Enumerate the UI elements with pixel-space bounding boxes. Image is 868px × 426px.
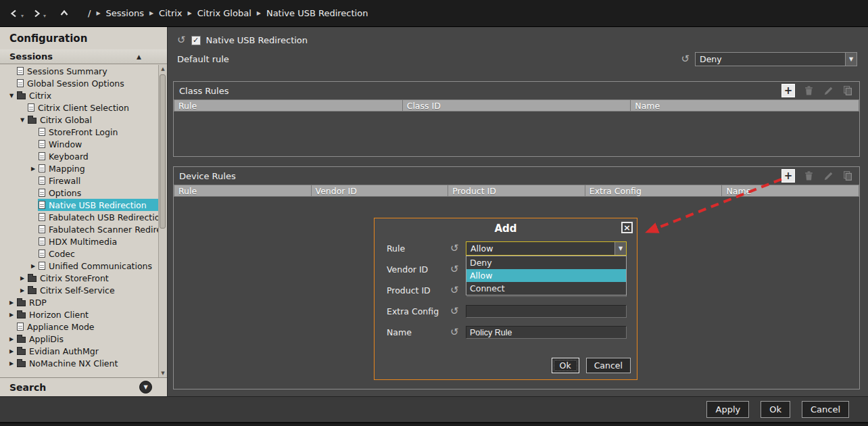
delete-button[interactable] (802, 170, 815, 182)
up-button[interactable] (58, 7, 70, 20)
sidebar-section-sessions[interactable]: Sessions ▲ (0, 49, 167, 64)
dialog-ok-button[interactable]: Ok (552, 358, 579, 373)
edit-button[interactable] (822, 85, 834, 97)
back-button[interactable] (8, 7, 20, 20)
dropdown-option-allow[interactable]: Allow (466, 269, 626, 282)
column-header-name[interactable]: Name (722, 185, 859, 197)
add-button[interactable]: + (781, 84, 795, 97)
breadcrumb-item-citrix[interactable]: Citrix (159, 8, 182, 18)
delete-button[interactable] (802, 85, 815, 97)
rule-combobox[interactable]: Allow▼ (466, 241, 627, 256)
reset-icon[interactable]: ↺ (450, 264, 466, 275)
sidebar-item-nomachine-nx-client[interactable]: ▶NoMachine NX Client (0, 357, 158, 369)
column-header-product-id[interactable]: Product ID (448, 185, 585, 197)
workspace: Configuration Sessions ▲ Sessions Summar… (0, 27, 868, 396)
sidebar-item-hdx-multimedia[interactable]: HDX Multimedia (0, 235, 158, 247)
panel-title: Device Rules (178, 171, 781, 181)
chevron-right-icon[interactable]: ▶ (7, 336, 16, 342)
apply-button[interactable]: Apply (706, 401, 749, 418)
reset-icon[interactable]: ↺ (450, 327, 466, 337)
ok-button[interactable]: Ok (761, 401, 790, 418)
sidebar-item-horizon-client[interactable]: ▶Horizon Client (0, 308, 158, 321)
chevron-right-icon[interactable]: ▶ (7, 348, 16, 354)
forward-history-caret-icon[interactable]: ▾ (43, 13, 46, 19)
expand-search-button[interactable]: ▼ (139, 381, 152, 394)
dropdown-option-connect[interactable]: Connect (466, 282, 626, 295)
enable-checkbox[interactable]: ✓ (191, 36, 201, 45)
chevron-right-icon[interactable]: ▶ (7, 312, 16, 318)
chevron-down-icon: ▼ (614, 242, 626, 255)
cancel-button[interactable]: Cancel (802, 401, 849, 418)
column-header-class-id[interactable]: Class ID (403, 99, 631, 112)
reset-icon[interactable]: ↺ (450, 243, 466, 254)
sidebar-item-codec[interactable]: Codec (0, 247, 158, 260)
sidebar-item-citrix-storefront[interactable]: ▶Citrix StoreFront (0, 272, 158, 284)
column-header-name[interactable]: Name (631, 99, 859, 112)
field-row-name: Name↺ (387, 325, 627, 339)
sidebar-item-unified-communications[interactable]: ▶Unified Communications (0, 260, 158, 272)
sidebar-scrollbar[interactable]: ▲ ▼ (158, 65, 167, 377)
sidebar-item-evidian-authmgr[interactable]: ▶Evidian AuthMgr (0, 345, 158, 357)
column-header-vendor-id[interactable]: Vendor ID (312, 185, 449, 197)
back-history-caret-icon[interactable]: ▾ (21, 13, 24, 19)
chevron-right-icon[interactable]: ▶ (7, 300, 16, 306)
sidebar-item-citrix[interactable]: ▼Citrix (0, 89, 158, 101)
chevron-right-icon[interactable]: ▶ (18, 275, 27, 281)
add-button[interactable]: + (781, 169, 795, 183)
dropdown-option-deny[interactable]: Deny (466, 256, 626, 269)
sidebar-item-storefront-login[interactable]: StoreFront Login (0, 126, 158, 138)
reset-icon[interactable]: ↺ (681, 54, 690, 64)
sidebar-item-citrix-client-selection[interactable]: Citrix Client Selection (0, 101, 158, 114)
name-input[interactable] (466, 326, 627, 339)
sidebar-item-mapping[interactable]: ▶Mapping (0, 162, 158, 174)
dialog-cancel-button[interactable]: Cancel (586, 358, 631, 373)
breadcrumb-item-citrix-global[interactable]: Citrix Global (197, 8, 251, 18)
sidebar-item-window[interactable]: Window (0, 138, 158, 150)
dialog-buttons: Ok Cancel (552, 358, 631, 373)
sidebar-section-search[interactable]: Search ▼ (0, 377, 167, 396)
extra-config-input[interactable] (466, 305, 627, 318)
copy-button[interactable] (842, 170, 854, 182)
sidebar-item-keyboard[interactable]: Keyboard (0, 150, 158, 162)
edit-button[interactable] (822, 170, 834, 182)
folder-icon (17, 93, 26, 99)
sidebar-item-firewall[interactable]: Firewall (0, 174, 158, 187)
sidebar-item-label: Firewall (49, 176, 158, 186)
scroll-down-icon[interactable]: ▼ (159, 371, 167, 376)
document-icon (39, 250, 45, 258)
sidebar-item-citrix-global[interactable]: ▼Citrix Global (0, 114, 158, 126)
column-header-rule[interactable]: Rule (174, 185, 312, 197)
reset-icon[interactable]: ↺ (450, 285, 466, 295)
sidebar-item-sessions-summary[interactable]: Sessions Summary (0, 65, 158, 77)
chevron-right-icon[interactable]: ▶ (7, 360, 16, 366)
sidebar-item-options[interactable]: Options (0, 187, 158, 199)
nav-controls: ▾ ▾ (0, 7, 70, 20)
sidebar-item-fabulatech-usb-redirection[interactable]: Fabulatech USB Redirection (0, 211, 158, 223)
forward-button[interactable] (30, 7, 43, 20)
column-header-rule[interactable]: Rule (174, 99, 403, 112)
sidebar-item-rdp[interactable]: ▶RDP (0, 296, 158, 308)
chevron-right-icon[interactable]: ▶ (18, 287, 27, 293)
sidebar-item-fabulatech-scanner-redirection[interactable]: Fabulatech Scanner Redirection (0, 223, 158, 235)
sidebar-item-global-session-options[interactable]: Global Session Options (0, 77, 158, 89)
reset-icon[interactable]: ↺ (177, 35, 186, 45)
default-rule-dropdown[interactable]: Deny ▼ (695, 52, 857, 66)
sidebar-item-native-usb-redirection[interactable]: Native USB Redirection (0, 199, 158, 211)
copy-button[interactable] (842, 85, 854, 97)
reset-icon[interactable]: ↺ (450, 306, 466, 316)
chevron-right-icon[interactable]: ▶ (28, 166, 38, 172)
column-header-extra-config[interactable]: Extra Config (585, 185, 723, 197)
chevron-down-icon[interactable]: ▼ (7, 93, 16, 99)
chevron-right-icon[interactable]: ▶ (28, 263, 38, 269)
breadcrumb-item-native-usb-redirection[interactable]: Native USB Redirection (266, 8, 368, 18)
sidebar-item-appliance-mode[interactable]: Appliance Mode (0, 321, 158, 333)
sidebar-item-applidis[interactable]: ▶AppliDis (0, 333, 158, 345)
collapse-up-icon[interactable]: ▲ (137, 53, 141, 60)
breadcrumb-root[interactable]: / (88, 8, 91, 18)
scroll-up-icon[interactable]: ▲ (159, 66, 167, 72)
scrollbar-thumb[interactable] (160, 74, 166, 229)
sidebar-title: Configuration (0, 27, 167, 49)
chevron-down-icon[interactable]: ▼ (18, 117, 27, 123)
sidebar-item-citrix-self-service[interactable]: ▶Citrix Self-Service (0, 284, 158, 296)
breadcrumb-item-sessions[interactable]: Sessions (106, 8, 144, 18)
